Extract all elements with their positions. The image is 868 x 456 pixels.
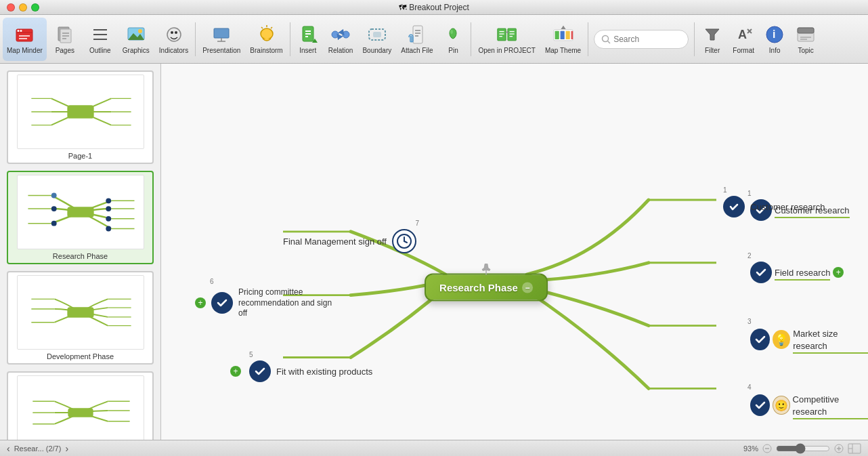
zoom-slider[interactable]: [776, 443, 830, 454]
svg-point-19: [175, 31, 177, 34]
search-input[interactable]: [613, 35, 681, 44]
toolbar-boundary[interactable]: Boundary: [358, 18, 395, 61]
node-2-container: Field research + 2: [750, 262, 830, 283]
toolbar-openproject[interactable]: Open in PROJECT: [474, 18, 539, 61]
topic-icon: [795, 24, 817, 45]
search-box[interactable]: [594, 30, 689, 49]
filter-label: Filter: [705, 47, 720, 54]
status-left: ‹ Resear... (2/7) ›: [7, 443, 68, 454]
svg-text:i: i: [773, 28, 775, 40]
toolbar: Map Minder Pages Outline: [0, 15, 868, 64]
toolbar-pages[interactable]: Pages: [48, 18, 82, 61]
svg-marker-57: [561, 26, 565, 29]
view-mode-icon[interactable]: [848, 443, 861, 454]
page-thumb-development[interactable]: Development Phase: [7, 271, 154, 365]
node-4-smiley: 🙂: [773, 396, 790, 415]
mapminder-icon: [14, 24, 35, 45]
node-5-container: + Fit with existing products 5: [249, 360, 372, 382]
toolbar-brainstorm[interactable]: Brainstorm: [246, 18, 286, 61]
svg-point-96: [51, 193, 56, 199]
toolbar-presentation[interactable]: Presentation: [198, 18, 244, 61]
pages-label: Pages: [56, 47, 74, 54]
node-6-label: Pricing committee recommendation and sig…: [238, 287, 333, 319]
toolbar-indicators[interactable]: Indicators: [155, 18, 192, 61]
toolbar-insert[interactable]: Insert: [293, 18, 323, 61]
nav-prev[interactable]: ‹: [7, 443, 10, 454]
svg-point-23: [261, 28, 273, 39]
window-controls[interactable]: [7, 3, 39, 12]
brainstorm-icon: [256, 24, 278, 45]
page-thumb-research[interactable]: Research Phase: [7, 171, 154, 264]
maximize-button[interactable]: [31, 3, 39, 12]
svg-rect-77: [67, 105, 93, 119]
svg-rect-54: [560, 31, 564, 39]
central-node[interactable]: Research Phase −: [425, 274, 548, 302]
attachfile-label: Attach File: [401, 47, 433, 54]
node-3-label: Market size research: [793, 329, 838, 351]
canvas[interactable]: .branch-line { fill: none; stroke: #8fbb…: [161, 64, 868, 440]
app-icon: 🗺: [399, 3, 406, 12]
maptheme-label: Map Theme: [545, 47, 581, 54]
collapse-button[interactable]: −: [522, 282, 533, 293]
page-thumb-image-research: [17, 175, 144, 249]
node-6-check: [211, 292, 233, 314]
info-icon: i: [764, 24, 785, 45]
page-info: Resear... (2/7): [14, 444, 62, 453]
page-thumb-reporting[interactable]: Reporting Status: [7, 371, 154, 440]
node-2-expand[interactable]: +: [833, 267, 844, 278]
node-4-label: Competitive research: [793, 394, 840, 417]
toolbar-attachfile[interactable]: Attach File: [397, 18, 437, 61]
toolbar-mapminder[interactable]: Map Minder: [3, 18, 47, 61]
status-right: 93%: [743, 443, 861, 454]
node-7-number: 7: [415, 220, 419, 227]
node-4-underline: [793, 418, 868, 419]
divider-2: [290, 22, 290, 56]
presentation-icon: [211, 24, 232, 45]
minimize-button[interactable]: [19, 3, 27, 12]
relation-label: Relation: [328, 47, 353, 54]
toolbar-graphics[interactable]: Graphics: [118, 18, 154, 61]
brainstorm-label: Brainstorm: [250, 47, 282, 54]
page-thumb-page1[interactable]: Page-1: [7, 70, 154, 164]
svg-rect-108: [67, 307, 93, 318]
svg-rect-46: [508, 28, 516, 41]
svg-point-125: [728, 201, 740, 213]
toolbar-info[interactable]: i Info: [760, 18, 789, 61]
boundary-icon: [366, 24, 388, 45]
svg-rect-20: [214, 28, 229, 38]
info-label: Info: [769, 47, 781, 54]
close-button[interactable]: [7, 3, 15, 12]
page-thumb-label-research: Research Phase: [53, 252, 108, 260]
toolbar-outline[interactable]: Outline: [83, 18, 117, 61]
svg-rect-55: [565, 31, 569, 39]
openproject-label: Open in PROJECT: [478, 47, 535, 54]
node-6-number: 6: [210, 278, 214, 285]
svg-rect-99: [67, 207, 93, 217]
svg-line-26: [261, 27, 263, 28]
toolbar-topic[interactable]: Topic: [791, 18, 821, 61]
divider-5: [694, 22, 695, 56]
toolbar-relation[interactable]: Relation: [324, 18, 357, 61]
toolbar-filter[interactable]: Filter: [697, 18, 727, 61]
toolbar-maptheme[interactable]: Map Theme: [541, 18, 585, 61]
check-icon-1: [723, 196, 745, 217]
svg-rect-35: [373, 32, 381, 37]
node-3-check: [750, 329, 770, 350]
insert-label: Insert: [299, 47, 316, 54]
indicators-label: Indicators: [159, 47, 188, 54]
toolbar-pin[interactable]: Pin: [438, 18, 468, 61]
page-thumb-label-development: Development Phase: [47, 352, 114, 360]
toolbar-format[interactable]: A Format: [729, 18, 758, 61]
svg-point-3: [20, 30, 22, 32]
pin-icon: [479, 263, 493, 279]
svg-point-98: [51, 221, 56, 226]
topic-label: Topic: [798, 47, 813, 54]
filter-icon: [701, 24, 723, 45]
node-5-expand[interactable]: +: [230, 366, 241, 377]
node-4-number: 4: [747, 384, 752, 391]
node-6-expand[interactable]: +: [195, 297, 206, 308]
pages-icon: [54, 24, 76, 45]
mapminder-label: Map Minder: [7, 47, 43, 54]
nav-next[interactable]: ›: [65, 443, 68, 454]
format-label: Format: [733, 47, 754, 54]
